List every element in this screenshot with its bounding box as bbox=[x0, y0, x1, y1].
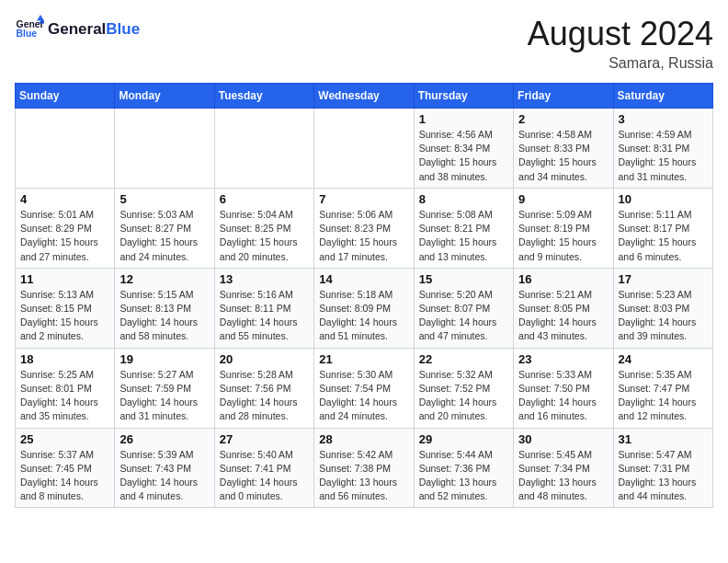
title-block: August 2024 Samara, Russia bbox=[528, 15, 713, 72]
logo: General Blue GeneralBlue bbox=[15, 15, 140, 44]
day-detail: Sunrise: 4:56 AM Sunset: 8:34 PM Dayligh… bbox=[419, 128, 508, 184]
day-cell: 24Sunrise: 5:35 AM Sunset: 7:47 PM Dayli… bbox=[613, 348, 712, 428]
day-detail: Sunrise: 5:35 AM Sunset: 7:47 PM Dayligh… bbox=[619, 368, 708, 424]
day-detail: Sunrise: 5:06 AM Sunset: 8:23 PM Dayligh… bbox=[319, 208, 408, 264]
day-number: 26 bbox=[119, 432, 209, 446]
day-detail: Sunrise: 5:15 AM Sunset: 8:13 PM Dayligh… bbox=[119, 288, 209, 344]
day-number: 2 bbox=[518, 112, 608, 126]
day-detail: Sunrise: 5:40 AM Sunset: 7:41 PM Dayligh… bbox=[220, 448, 309, 504]
day-cell bbox=[314, 109, 414, 189]
day-cell: 17Sunrise: 5:23 AM Sunset: 8:03 PM Dayli… bbox=[613, 268, 712, 348]
day-detail: Sunrise: 5:45 AM Sunset: 7:34 PM Dayligh… bbox=[518, 448, 608, 504]
day-number: 30 bbox=[518, 432, 608, 446]
day-detail: Sunrise: 5:20 AM Sunset: 8:07 PM Dayligh… bbox=[419, 288, 508, 344]
day-cell: 18Sunrise: 5:25 AM Sunset: 8:01 PM Dayli… bbox=[16, 348, 115, 428]
day-detail: Sunrise: 4:59 AM Sunset: 8:31 PM Dayligh… bbox=[619, 128, 708, 184]
day-detail: Sunrise: 5:09 AM Sunset: 8:19 PM Dayligh… bbox=[518, 208, 608, 264]
day-detail: Sunrise: 5:01 AM Sunset: 8:29 PM Dayligh… bbox=[20, 208, 109, 264]
day-number: 9 bbox=[518, 192, 608, 206]
day-detail: Sunrise: 4:58 AM Sunset: 8:33 PM Dayligh… bbox=[518, 128, 608, 184]
day-detail: Sunrise: 5:37 AM Sunset: 7:45 PM Dayligh… bbox=[20, 448, 109, 504]
day-number: 13 bbox=[220, 272, 309, 286]
day-number: 14 bbox=[319, 272, 408, 286]
day-header-wednesday: Wednesday bbox=[314, 84, 414, 109]
day-cell: 22Sunrise: 5:32 AM Sunset: 7:52 PM Dayli… bbox=[414, 348, 513, 428]
day-detail: Sunrise: 5:16 AM Sunset: 8:11 PM Dayligh… bbox=[220, 288, 309, 344]
day-cell: 15Sunrise: 5:20 AM Sunset: 8:07 PM Dayli… bbox=[414, 268, 513, 348]
day-detail: Sunrise: 5:47 AM Sunset: 7:31 PM Dayligh… bbox=[619, 448, 708, 504]
day-number: 19 bbox=[119, 352, 209, 366]
week-row-2: 4Sunrise: 5:01 AM Sunset: 8:29 PM Daylig… bbox=[16, 188, 713, 268]
day-cell: 1Sunrise: 4:56 AM Sunset: 8:34 PM Daylig… bbox=[414, 109, 513, 189]
day-cell: 10Sunrise: 5:11 AM Sunset: 8:17 PM Dayli… bbox=[613, 188, 712, 268]
day-cell: 8Sunrise: 5:08 AM Sunset: 8:21 PM Daylig… bbox=[414, 188, 513, 268]
day-detail: Sunrise: 5:32 AM Sunset: 7:52 PM Dayligh… bbox=[419, 368, 508, 424]
day-number: 21 bbox=[319, 352, 408, 366]
day-cell bbox=[16, 109, 115, 189]
day-detail: Sunrise: 5:18 AM Sunset: 8:09 PM Dayligh… bbox=[319, 288, 408, 344]
day-detail: Sunrise: 5:03 AM Sunset: 8:27 PM Dayligh… bbox=[119, 208, 209, 264]
day-number: 12 bbox=[119, 272, 209, 286]
day-detail: Sunrise: 5:42 AM Sunset: 7:38 PM Dayligh… bbox=[319, 448, 408, 504]
day-header-sunday: Sunday bbox=[16, 84, 115, 109]
day-cell: 25Sunrise: 5:37 AM Sunset: 7:45 PM Dayli… bbox=[16, 428, 115, 508]
day-detail: Sunrise: 5:27 AM Sunset: 7:59 PM Dayligh… bbox=[119, 368, 209, 424]
day-header-friday: Friday bbox=[514, 84, 613, 109]
day-number: 20 bbox=[220, 352, 309, 366]
day-cell: 29Sunrise: 5:44 AM Sunset: 7:36 PM Dayli… bbox=[414, 428, 513, 508]
day-number: 18 bbox=[20, 352, 109, 366]
week-row-1: 1Sunrise: 4:56 AM Sunset: 8:34 PM Daylig… bbox=[16, 109, 713, 189]
logo-text: GeneralBlue bbox=[48, 20, 140, 39]
page-header: General Blue GeneralBlue August 2024 Sam… bbox=[15, 15, 713, 72]
day-header-tuesday: Tuesday bbox=[214, 84, 313, 109]
day-cell: 13Sunrise: 5:16 AM Sunset: 8:11 PM Dayli… bbox=[214, 268, 313, 348]
week-row-3: 11Sunrise: 5:13 AM Sunset: 8:15 PM Dayli… bbox=[16, 268, 713, 348]
day-number: 28 bbox=[319, 432, 408, 446]
day-number: 16 bbox=[518, 272, 608, 286]
location: Samara, Russia bbox=[528, 55, 713, 72]
day-cell: 3Sunrise: 4:59 AM Sunset: 8:31 PM Daylig… bbox=[613, 109, 712, 189]
day-cell: 12Sunrise: 5:15 AM Sunset: 8:13 PM Dayli… bbox=[115, 268, 214, 348]
day-cell: 23Sunrise: 5:33 AM Sunset: 7:50 PM Dayli… bbox=[514, 348, 613, 428]
day-detail: Sunrise: 5:11 AM Sunset: 8:17 PM Dayligh… bbox=[619, 208, 708, 264]
day-cell: 31Sunrise: 5:47 AM Sunset: 7:31 PM Dayli… bbox=[613, 428, 712, 508]
day-detail: Sunrise: 5:30 AM Sunset: 7:54 PM Dayligh… bbox=[319, 368, 408, 424]
day-detail: Sunrise: 5:33 AM Sunset: 7:50 PM Dayligh… bbox=[518, 368, 608, 424]
week-row-5: 25Sunrise: 5:37 AM Sunset: 7:45 PM Dayli… bbox=[16, 428, 713, 508]
day-detail: Sunrise: 5:44 AM Sunset: 7:36 PM Dayligh… bbox=[419, 448, 508, 504]
day-detail: Sunrise: 5:25 AM Sunset: 8:01 PM Dayligh… bbox=[20, 368, 109, 424]
day-detail: Sunrise: 5:08 AM Sunset: 8:21 PM Dayligh… bbox=[419, 208, 508, 264]
day-header-saturday: Saturday bbox=[613, 84, 712, 109]
week-row-4: 18Sunrise: 5:25 AM Sunset: 8:01 PM Dayli… bbox=[16, 348, 713, 428]
day-number: 25 bbox=[20, 432, 109, 446]
day-number: 8 bbox=[419, 192, 508, 206]
svg-text:Blue: Blue bbox=[17, 29, 38, 39]
day-cell: 28Sunrise: 5:42 AM Sunset: 7:38 PM Dayli… bbox=[314, 428, 414, 508]
day-cell: 27Sunrise: 5:40 AM Sunset: 7:41 PM Dayli… bbox=[214, 428, 313, 508]
day-number: 3 bbox=[619, 112, 708, 126]
day-number: 23 bbox=[518, 352, 608, 366]
day-number: 24 bbox=[619, 352, 708, 366]
day-header-monday: Monday bbox=[115, 84, 214, 109]
day-header-row: SundayMondayTuesdayWednesdayThursdayFrid… bbox=[16, 84, 713, 109]
day-number: 29 bbox=[419, 432, 508, 446]
day-number: 31 bbox=[619, 432, 708, 446]
day-cell: 16Sunrise: 5:21 AM Sunset: 8:05 PM Dayli… bbox=[514, 268, 613, 348]
day-number: 10 bbox=[619, 192, 708, 206]
day-cell: 19Sunrise: 5:27 AM Sunset: 7:59 PM Dayli… bbox=[115, 348, 214, 428]
month-year: August 2024 bbox=[528, 15, 713, 53]
day-number: 5 bbox=[119, 192, 209, 206]
day-number: 22 bbox=[419, 352, 508, 366]
day-number: 15 bbox=[419, 272, 508, 286]
day-detail: Sunrise: 5:28 AM Sunset: 7:56 PM Dayligh… bbox=[220, 368, 309, 424]
day-detail: Sunrise: 5:04 AM Sunset: 8:25 PM Dayligh… bbox=[220, 208, 309, 264]
day-cell: 14Sunrise: 5:18 AM Sunset: 8:09 PM Dayli… bbox=[314, 268, 414, 348]
day-number: 11 bbox=[20, 272, 109, 286]
day-number: 17 bbox=[619, 272, 708, 286]
day-cell: 11Sunrise: 5:13 AM Sunset: 8:15 PM Dayli… bbox=[16, 268, 115, 348]
day-cell: 6Sunrise: 5:04 AM Sunset: 8:25 PM Daylig… bbox=[214, 188, 313, 268]
day-cell: 7Sunrise: 5:06 AM Sunset: 8:23 PM Daylig… bbox=[314, 188, 414, 268]
day-number: 7 bbox=[319, 192, 408, 206]
day-cell: 5Sunrise: 5:03 AM Sunset: 8:27 PM Daylig… bbox=[115, 188, 214, 268]
day-cell: 21Sunrise: 5:30 AM Sunset: 7:54 PM Dayli… bbox=[314, 348, 414, 428]
